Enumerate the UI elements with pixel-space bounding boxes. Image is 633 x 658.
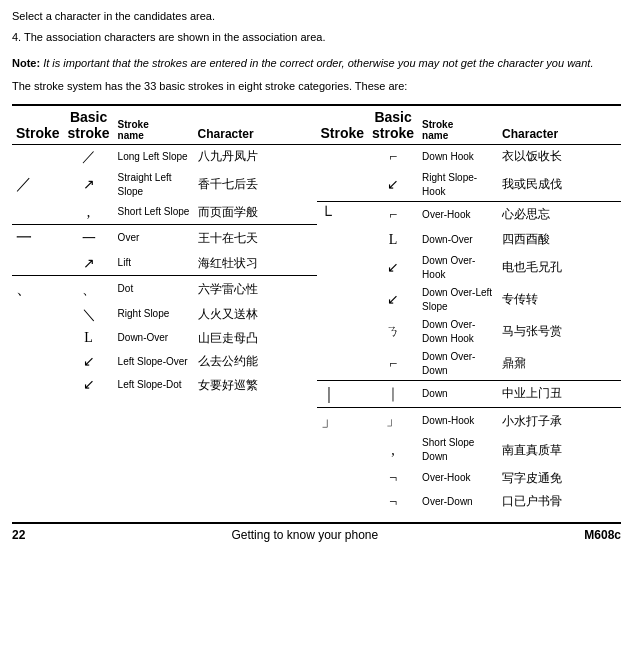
stroke-name: Lift xyxy=(114,252,194,276)
intro-section: Select a character in the candidates are… xyxy=(12,8,621,49)
character-value: 香千七后丢 xyxy=(194,169,317,201)
left-table-row: ↙ Left Slope-Over 么去公约能 xyxy=(12,350,317,374)
basic-stroke-symbol: 一 xyxy=(64,225,114,252)
left-table-row: ↙ Left Slope-Dot 女要好巡繁 xyxy=(12,373,317,397)
basic-stroke-symbol: ⌐ xyxy=(368,145,418,169)
character-value: 鼎鼐 xyxy=(498,348,621,381)
character-value: 南直真质草 xyxy=(498,434,621,466)
right-table-row: , Short Slope Down 南直真质草 xyxy=(317,434,622,466)
right-table-row: ↙ Down Over-Hook 电也毛兄孔 xyxy=(317,252,622,284)
basic-stroke-symbol: ↙ xyxy=(368,169,418,202)
basic-stroke-symbol: ⌐ xyxy=(368,201,418,228)
basic-stroke-symbol: , xyxy=(64,201,114,225)
content-area: Stroke Basicstroke Strokename Character … xyxy=(12,104,621,514)
stroke-name: Straight Left Slope xyxy=(114,169,194,201)
note-body: It is important that the strokes are ent… xyxy=(40,57,593,69)
basic-stroke-symbol: ↙ xyxy=(368,284,418,316)
basic-stroke-symbol: ｜ xyxy=(368,380,418,407)
character-value: 心必思忘 xyxy=(498,201,621,228)
left-table-row: 一 一 Over 王十在七天 xyxy=(12,225,317,252)
character-value: 四西酉酸 xyxy=(498,228,621,252)
stroke-name: Down xyxy=(418,380,498,407)
stroke-name: Over-Hook xyxy=(418,201,498,228)
left-table-row: ／ Long Left Slope 八九丹凤片 xyxy=(12,145,317,169)
character-value: 王十在七天 xyxy=(194,225,317,252)
left-table-row: L Down-Over 山巨走母凸 xyxy=(12,326,317,350)
character-value: 口已户书骨 xyxy=(498,490,621,514)
basic-stroke-symbol: ↗ xyxy=(64,252,114,276)
stroke-symbol: └ xyxy=(317,201,369,228)
stroke-name: Short Left Slope xyxy=(114,201,194,225)
basic-stroke-symbol: ↙ xyxy=(64,373,114,397)
character-value: 我或民成伐 xyxy=(498,169,621,202)
character-value: 而页面学般 xyxy=(194,201,317,225)
stroke-name: Right Slope-Hook xyxy=(418,169,498,202)
stroke-symbol xyxy=(317,252,369,284)
basic-stroke-symbol: L xyxy=(368,228,418,252)
stroke-name: Short Slope Down xyxy=(418,434,498,466)
character-value: 衣以饭收长 xyxy=(498,145,621,169)
character-value: 马与张号赏 xyxy=(498,316,621,348)
right-table-row: ¬ Over-Down 口已户书骨 xyxy=(317,490,622,514)
character-value: 八九丹凤片 xyxy=(194,145,317,169)
basic-stroke-symbol: ＼ xyxy=(64,303,114,327)
stroke-symbol xyxy=(317,316,369,348)
stroke-symbol: ｜ xyxy=(317,380,369,407)
stroke-symbol xyxy=(12,201,64,225)
stroke-name: Down Over-Left Slope xyxy=(418,284,498,316)
step4-text: 4. The association characters are shown … xyxy=(12,29,621,46)
basic-stroke-symbol: ↙ xyxy=(368,252,418,284)
stroke-symbol: 一 xyxy=(12,225,64,252)
stroke-symbol xyxy=(317,228,369,252)
character-value: 电也毛兄孔 xyxy=(498,252,621,284)
character-value: 写字皮通免 xyxy=(498,466,621,490)
stroke-symbol xyxy=(12,373,64,397)
right-table-row: 」 」 Down-Hook 小水打子承 xyxy=(317,407,622,434)
basic-stroke-symbol: ¬ xyxy=(368,466,418,490)
stroke-symbol xyxy=(317,466,369,490)
stroke-symbol xyxy=(12,350,64,374)
character-value: 专传转 xyxy=(498,284,621,316)
stroke-name: Down Over-Down Hook xyxy=(418,316,498,348)
model-name: M608c xyxy=(584,528,621,542)
left-table-row: , Short Left Slope 而页面学般 xyxy=(12,201,317,225)
right-table-row: ↙ Down Over-Left Slope 专传转 xyxy=(317,284,622,316)
left-table-row: ＼ Right Slope 人火又送林 xyxy=(12,303,317,327)
stroke-symbol xyxy=(317,284,369,316)
stroke-symbol xyxy=(12,326,64,350)
basic-stroke-symbol: , xyxy=(368,434,418,466)
character-value: 人火又送林 xyxy=(194,303,317,327)
right-header-stroke: Stroke xyxy=(317,105,369,145)
right-table: Stroke Basicstroke Strokename Character … xyxy=(317,104,622,514)
note-label: Note: xyxy=(12,57,40,69)
left-header-basic: Basicstroke xyxy=(64,105,114,145)
stroke-name: Dot xyxy=(114,276,194,303)
basic-stroke-symbol: L xyxy=(64,326,114,350)
left-table-section: Stroke Basicstroke Strokename Character … xyxy=(12,104,317,514)
character-value: 海红牡状习 xyxy=(194,252,317,276)
bottom-bar: 22 Getting to know your phone M608c xyxy=(12,522,621,542)
right-header-basic: Basicstroke xyxy=(368,105,418,145)
note-section: Note: It is important that the strokes a… xyxy=(12,55,621,72)
right-header-char: Character xyxy=(498,105,621,145)
stroke-symbol: 、 xyxy=(12,276,64,303)
character-value: 中业上门丑 xyxy=(498,380,621,407)
basic-stroke-symbol: ↙ xyxy=(64,350,114,374)
stroke-name: Right Slope xyxy=(114,303,194,327)
stroke-name: Over-Hook xyxy=(418,466,498,490)
basic-stroke-symbol: ㄋ xyxy=(368,316,418,348)
stroke-symbol xyxy=(317,348,369,381)
stroke-name: Over xyxy=(114,225,194,252)
page: Select a character in the candidates are… xyxy=(0,0,633,550)
left-header-name: Strokename xyxy=(114,105,194,145)
stroke-name: Over-Down xyxy=(418,490,498,514)
left-table-row: 、 、 Dot 六学雷心性 xyxy=(12,276,317,303)
basic-stroke-symbol: 、 xyxy=(64,276,114,303)
left-header-stroke: Stroke xyxy=(12,105,64,145)
right-table-row: ¬ Over-Hook 写字皮通免 xyxy=(317,466,622,490)
stroke-name: Left Slope-Over xyxy=(114,350,194,374)
left-table-row: ／ ↗ Straight Left Slope 香千七后丢 xyxy=(12,169,317,201)
stroke-symbol xyxy=(12,303,64,327)
left-table-row: ↗ Lift 海红牡状习 xyxy=(12,252,317,276)
basic-stroke-symbol: ／ xyxy=(64,145,114,169)
